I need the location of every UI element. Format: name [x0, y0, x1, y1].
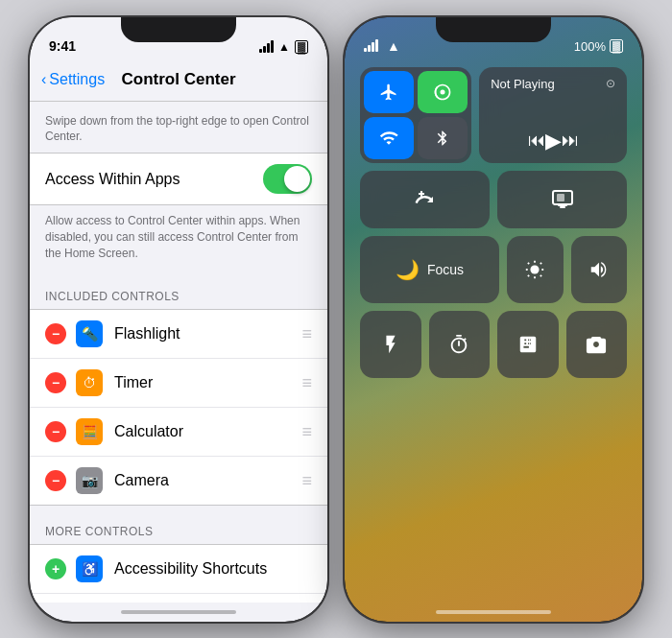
- media-controls: ⏮ ▶ ⏭: [528, 129, 579, 154]
- signal-bars: [259, 40, 274, 53]
- more-accessibility-row[interactable]: + ♿ Accessibility Shortcuts: [30, 545, 327, 594]
- cc-row-1: Not Playing ⊙ ⏮ ▶ ⏭: [360, 67, 627, 163]
- calculator-icon: 🧮: [76, 418, 103, 445]
- remove-calculator-btn[interactable]: −: [45, 421, 66, 442]
- screen-mirror-tile[interactable]: [497, 171, 627, 228]
- timer-icon: ⏱: [76, 369, 103, 396]
- home-indicator-right: [345, 603, 642, 622]
- home-bar-right: [436, 610, 551, 614]
- more-controls-list: + ♿ Accessibility Shortcuts + ⏰ Alarm + …: [30, 544, 327, 602]
- timer-label: Timer: [114, 374, 301, 391]
- cc-timer-tile[interactable]: [429, 311, 491, 378]
- svg-point-5: [531, 265, 540, 273]
- flashlight-icon: 🔦: [76, 320, 103, 347]
- cc-battery-area: 100% ▓: [574, 39, 623, 54]
- wifi-icon: ▲: [278, 40, 290, 54]
- flashlight-label: Flashlight: [114, 325, 301, 343]
- prev-btn[interactable]: ⏮: [528, 130, 545, 151]
- svg-rect-4: [557, 194, 564, 201]
- included-camera-row[interactable]: − 📷 Camera ≡: [30, 457, 327, 505]
- access-sub-text: Allow access to Control Center within ap…: [30, 205, 327, 271]
- bar4: [271, 40, 274, 53]
- focus-label: Focus: [427, 262, 464, 277]
- cc-calculator-tile[interactable]: [497, 311, 559, 378]
- add-accessibility-btn[interactable]: +: [45, 558, 66, 579]
- cc-bar2: [368, 45, 371, 52]
- back-button[interactable]: ‹ Settings: [41, 71, 105, 88]
- cc-bar4: [375, 39, 378, 52]
- airplane-mode-btn[interactable]: [364, 71, 414, 113]
- camera-icon: 📷: [76, 467, 103, 494]
- cc-row-3: 🌙 Focus: [360, 236, 627, 303]
- control-center-screen: ▲ 100% ▓: [345, 17, 642, 622]
- access-row: Access Within Apps: [30, 154, 327, 204]
- included-calculator-row[interactable]: − 🧮 Calculator ≡: [30, 408, 327, 457]
- remove-flashlight-btn[interactable]: −: [45, 323, 66, 344]
- svg-rect-2: [558, 204, 567, 206]
- included-flashlight-row[interactable]: − 🔦 Flashlight ≡: [30, 310, 327, 359]
- calculator-label: Calculator: [114, 423, 301, 440]
- drag-handle-calculator[interactable]: ≡: [301, 422, 312, 442]
- cc-battery-pct: 100%: [574, 39, 606, 54]
- cc-battery-icon: ▓: [610, 39, 623, 53]
- drag-handle-camera[interactable]: ≡: [301, 471, 312, 491]
- focus-tile[interactable]: 🌙 Focus: [360, 236, 499, 303]
- status-time: 9:41: [49, 38, 76, 54]
- more-alarm-row[interactable]: + ⏰ Alarm: [30, 594, 327, 602]
- media-status: Not Playing: [491, 77, 554, 91]
- cc-status-left-icons: ▲: [364, 38, 400, 54]
- hint-text: Swipe down from the top-right edge to op…: [30, 102, 327, 154]
- status-icons-left: ▲ ▓: [259, 40, 308, 54]
- wifi-cc-btn[interactable]: [364, 117, 414, 159]
- more-header: MORE CONTROLS: [30, 506, 327, 544]
- bar3: [267, 43, 270, 53]
- cc-signal-bars: [364, 39, 378, 52]
- accessibility-label: Accessibility Shortcuts: [114, 560, 312, 578]
- page-title: Control Center: [122, 70, 236, 89]
- cc-camera-tile[interactable]: [566, 311, 628, 378]
- cc-grid: Not Playing ⊙ ⏮ ▶ ⏭: [345, 59, 642, 603]
- accessibility-icon: ♿: [76, 555, 103, 582]
- cc-bar3: [372, 42, 374, 52]
- right-iphone: ▲ 100% ▓: [345, 17, 642, 622]
- bluetooth-btn[interactable]: [418, 117, 468, 159]
- access-toggle[interactable]: [263, 164, 312, 194]
- left-iphone: 9:41 ▲ ▓ ‹ Settings Control Center: [30, 17, 327, 622]
- nav-bar: ‹ Settings Control Center: [30, 59, 327, 102]
- notch-right: [436, 17, 551, 42]
- volume-tile[interactable]: [571, 236, 628, 303]
- remove-timer-btn[interactable]: −: [45, 372, 66, 393]
- orientation-lock-tile[interactable]: [360, 171, 490, 228]
- cc-wifi-icon: ▲: [387, 38, 400, 54]
- media-tile[interactable]: Not Playing ⊙ ⏮ ▶ ⏭: [479, 67, 627, 163]
- settings-content: Swipe down from the top-right edge to op…: [30, 102, 327, 603]
- bar2: [263, 46, 266, 53]
- battery-icon: ▓: [295, 40, 308, 54]
- included-timer-row[interactable]: − ⏱ Timer ≡: [30, 359, 327, 408]
- chevron-left-icon: ‹: [41, 71, 46, 88]
- included-controls-list: − 🔦 Flashlight ≡ − ⏱ Timer ≡ − 🧮 Calcula…: [30, 309, 327, 506]
- connectivity-tile[interactable]: [360, 67, 471, 163]
- media-header: Not Playing ⊙: [491, 77, 615, 91]
- home-indicator-left: [30, 603, 327, 622]
- camera-label: Camera: [114, 472, 301, 489]
- access-section: Access Within Apps: [30, 153, 327, 205]
- back-label: Settings: [49, 71, 105, 88]
- cellular-btn[interactable]: [418, 71, 468, 113]
- cc-row-2: [360, 171, 627, 228]
- next-btn[interactable]: ⏭: [562, 130, 579, 151]
- toggle-knob: [284, 166, 310, 192]
- svg-point-0: [441, 89, 445, 94]
- cc-row-4: [360, 311, 627, 378]
- airplay-icon[interactable]: ⊙: [606, 77, 615, 90]
- brightness-tile[interactable]: [507, 236, 564, 303]
- svg-rect-3: [560, 206, 565, 208]
- moon-icon: 🌙: [396, 258, 420, 281]
- remove-camera-btn[interactable]: −: [45, 470, 66, 491]
- play-btn[interactable]: ▶: [545, 129, 562, 154]
- cc-flashlight-tile[interactable]: [360, 311, 421, 378]
- drag-handle-flashlight[interactable]: ≡: [301, 324, 312, 344]
- bar1: [259, 49, 262, 53]
- access-label: Access Within Apps: [45, 171, 263, 188]
- drag-handle-timer[interactable]: ≡: [301, 373, 312, 393]
